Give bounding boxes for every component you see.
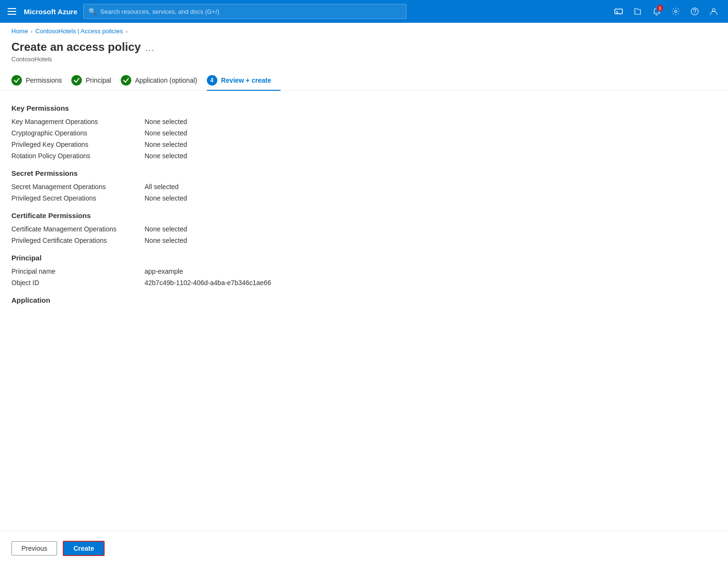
step-permissions-circle <box>11 75 22 86</box>
step-principal-label: Principal <box>86 77 111 84</box>
topbar: Microsoft Azure 🔍 Search resources, serv… <box>0 0 728 23</box>
topbar-icons: 1 <box>610 3 722 20</box>
cloud-shell-icon[interactable] <box>610 3 627 20</box>
notifications-icon[interactable]: 1 <box>648 3 665 20</box>
table-row: Privileged Key Operations None selected <box>11 141 717 148</box>
crypto-ops-value: None selected <box>145 129 187 137</box>
table-row: Certificate Management Operations None s… <box>11 225 717 233</box>
object-id-value: 42b7c49b-1102-406d-a4ba-e7b346c1ae66 <box>145 279 271 287</box>
secret-mgmt-value: All selected <box>145 183 179 191</box>
table-row: Secret Management Operations All selecte… <box>11 183 717 191</box>
svg-rect-0 <box>615 9 622 14</box>
svg-point-5 <box>712 9 715 11</box>
hamburger-menu[interactable] <box>6 6 18 17</box>
notification-badge: 1 <box>657 5 663 11</box>
key-mgmt-value: None selected <box>145 118 187 125</box>
key-permissions-section: Key Permissions Key Management Operation… <box>11 104 717 160</box>
step-review-circle: 4 <box>207 75 217 86</box>
breadcrumb-home[interactable]: Home <box>11 28 28 35</box>
secret-permissions-title: Secret Permissions <box>11 169 717 177</box>
priv-key-value: None selected <box>145 141 187 148</box>
table-row: Object ID 42b7c49b-1102-406d-a4ba-e7b346… <box>11 279 717 287</box>
search-icon: 🔍 <box>88 8 97 15</box>
directory-icon[interactable] <box>629 3 646 20</box>
table-row: Cryptographic Operations None selected <box>11 129 717 137</box>
page-header: Create an access policy ... <box>0 37 728 56</box>
page-title: Create an access policy <box>11 40 141 54</box>
bottom-bar: Previous Create <box>0 531 728 565</box>
application-title: Application <box>11 296 717 304</box>
svg-point-4 <box>694 13 695 14</box>
priv-secret-value: None selected <box>145 194 187 202</box>
step-principal-circle <box>71 75 82 86</box>
cert-mgmt-label: Certificate Management Operations <box>11 225 145 233</box>
rotation-value: None selected <box>145 152 187 160</box>
priv-secret-label: Privileged Secret Operations <box>11 194 145 202</box>
content-area: Key Permissions Key Management Operation… <box>0 91 728 314</box>
principal-section: Principal Principal name app-example Obj… <box>11 254 717 287</box>
table-row: Privileged Secret Operations None select… <box>11 194 717 202</box>
step-permissions[interactable]: Permissions <box>11 70 71 90</box>
step-application[interactable]: Application (optional) <box>121 70 207 90</box>
object-id-label: Object ID <box>11 279 145 287</box>
priv-cert-value: None selected <box>145 237 187 244</box>
cert-mgmt-value: None selected <box>145 225 187 233</box>
breadcrumb-sep-1: › <box>31 29 33 34</box>
page-subtitle: ContosoHotels <box>0 56 728 70</box>
table-row: Principal name app-example <box>11 268 717 275</box>
breadcrumb-sep-2: › <box>126 29 127 34</box>
table-row: Privileged Certificate Operations None s… <box>11 237 717 244</box>
previous-button[interactable]: Previous <box>11 541 57 555</box>
profile-icon[interactable] <box>705 3 722 20</box>
create-button[interactable]: Create <box>63 541 105 556</box>
step-permissions-label: Permissions <box>26 77 62 84</box>
secret-mgmt-label: Secret Management Operations <box>11 183 145 191</box>
priv-key-label: Privileged Key Operations <box>11 141 145 148</box>
crypto-ops-label: Cryptographic Operations <box>11 129 145 137</box>
step-application-label: Application (optional) <box>135 77 197 84</box>
help-icon[interactable] <box>686 3 703 20</box>
principal-name-value: app-example <box>145 268 183 275</box>
step-application-circle <box>121 75 131 86</box>
priv-cert-label: Privileged Certificate Operations <box>11 237 145 244</box>
table-row: Key Management Operations None selected <box>11 118 717 125</box>
step-principal[interactable]: Principal <box>71 70 121 90</box>
breadcrumb-parent[interactable]: ContosoHotels | Access policies <box>35 28 123 35</box>
step-review[interactable]: 4 Review + create <box>207 70 281 90</box>
key-mgmt-label: Key Management Operations <box>11 118 145 125</box>
more-options-button[interactable]: ... <box>146 44 155 53</box>
certificate-permissions-section: Certificate Permissions Certificate Mana… <box>11 211 717 244</box>
settings-icon[interactable] <box>667 3 684 20</box>
breadcrumb: Home › ContosoHotels | Access policies › <box>0 23 728 37</box>
secret-permissions-section: Secret Permissions Secret Management Ope… <box>11 169 717 202</box>
table-row: Rotation Policy Operations None selected <box>11 152 717 160</box>
search-placeholder: Search resources, services, and docs (G+… <box>100 8 219 15</box>
search-bar[interactable]: 🔍 Search resources, services, and docs (… <box>83 4 407 19</box>
step-review-label: Review + create <box>221 77 271 84</box>
cert-permissions-title: Certificate Permissions <box>11 211 717 220</box>
key-permissions-title: Key Permissions <box>11 104 717 112</box>
rotation-label: Rotation Policy Operations <box>11 152 145 160</box>
principal-title: Principal <box>11 254 717 262</box>
principal-name-label: Principal name <box>11 268 145 275</box>
application-section: Application <box>11 296 717 304</box>
svg-point-2 <box>675 10 677 13</box>
steps-row: Permissions Principal Application (optio… <box>0 70 728 91</box>
brand-logo: Microsoft Azure <box>24 8 78 16</box>
